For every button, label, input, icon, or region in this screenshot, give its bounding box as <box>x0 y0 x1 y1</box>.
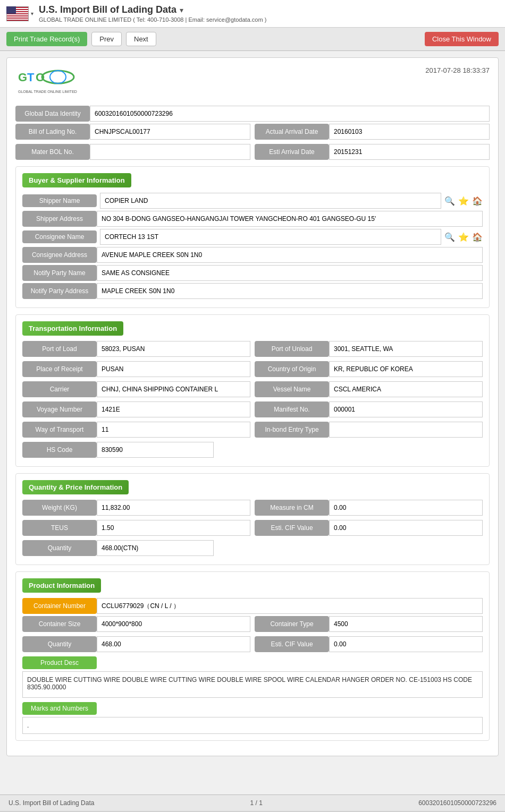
master-bol-label: Mater BOL No. <box>15 144 90 160</box>
vessel-name-label: Vessel Name <box>255 381 329 397</box>
port-of-load-value: 58023, PUSAN <box>97 341 250 357</box>
in-bond-entry-value <box>329 422 483 438</box>
buyer-supplier-section: Buyer & Supplier Information Shipper Nam… <box>15 166 490 308</box>
esti-cif-qp-label: Esti. CIF Value <box>255 520 329 536</box>
carrier-row: Carrier CHNJ, CHINA SHIPPING CONTAINER L <box>22 381 250 397</box>
measure-cm-row: Measure in CM 0.00 <box>255 500 483 516</box>
voyage-number-label: Voyage Number <box>22 401 97 417</box>
teus-row: TEUS 1.50 <box>22 520 250 536</box>
esti-cif-product-row: Esti. CIF Value 0.00 <box>255 636 483 652</box>
consignee-name-value: CORTECH 13 1ST <box>100 229 441 245</box>
consignee-search-icon[interactable]: 🔍 <box>444 232 455 242</box>
esti-cif-product-label: Esti. CIF Value <box>255 636 329 652</box>
shipper-address-value: NO 304 B-DONG GANGSEO-HANGANGJAI TOWER Y… <box>97 211 483 227</box>
container-type-label: Container Type <box>255 616 329 632</box>
print-button[interactable]: Print Trade Record(s) <box>6 32 87 46</box>
global-data-identity-value: 6003201601050000723296 <box>90 106 490 122</box>
prev-button[interactable]: Prev <box>91 32 122 46</box>
port-of-unload-row: Port of Unload 3001, SEATTLE, WA <box>255 341 483 357</box>
actual-arrival-value: 20160103 <box>329 124 490 140</box>
container-number-value: CCLU6779029（CN / L / ） <box>97 598 483 614</box>
transportation-title: Transportation Information <box>22 321 123 336</box>
manifest-no-label: Manifest No. <box>255 401 329 417</box>
container-number-label: Container Number <box>22 598 97 614</box>
main-content: G T O GLOBAL TRADE ONLINE LIMITED 2017-0… <box>0 51 505 794</box>
way-of-transport-row: Way of Transport 11 <box>22 422 250 438</box>
shipper-home-icon[interactable]: 🏠 <box>472 196 483 206</box>
weight-measure-row: Weight (KG) 11,832.00 Measure in CM 0.00 <box>22 500 483 518</box>
teus-label: TEUS <box>22 520 97 536</box>
in-bond-entry-label: In-bond Entry Type <box>255 422 329 438</box>
weight-kg-row: Weight (KG) 11,832.00 <box>22 500 250 516</box>
container-size-row: Container Size 4000*900*800 <box>22 616 250 632</box>
teus-value: 1.50 <box>97 520 250 536</box>
quantity-qp-row: Quantity 468.00(CTN) <box>22 540 483 556</box>
notify-party-address-row: Notify Party Address MAPLE CREEK S0N 1N0 <box>22 283 483 299</box>
measure-cm-value: 0.00 <box>329 500 483 516</box>
quantity-product-row: Quantity 468.00 <box>22 636 250 652</box>
product-desc-value: DOUBLE WIRE CUTTING WIRE DOUBLE WIRE CUT… <box>22 671 483 698</box>
consignee-home-icon[interactable]: 🏠 <box>472 232 483 242</box>
voyage-manifest-row: Voyage Number 1421E Manifest No. 000001 <box>22 401 483 420</box>
actual-arrival-row: Actual Arrival Date 20160103 <box>255 124 490 140</box>
notify-party-address-value: MAPLE CREEK S0N 1N0 <box>97 283 483 299</box>
bol-row: Bill of Lading No. CHNJPSCAL00177 Actual… <box>15 124 490 142</box>
teus-cif-row: TEUS 1.50 Esti. CIF Value 0.00 <box>22 520 483 538</box>
esti-arrival-value: 20151231 <box>329 144 490 160</box>
transportation-section: Transportation Information Port of Load … <box>15 314 490 467</box>
shipper-search-icon[interactable]: 🔍 <box>444 196 455 206</box>
carrier-value: CHNJ, CHINA SHIPPING CONTAINER L <box>97 381 250 397</box>
notify-party-name-label: Notify Party Name <box>22 265 97 281</box>
notify-party-name-row: Notify Party Name SAME AS CONSIGNEE <box>22 265 483 281</box>
shipper-name-label: Shipper Name <box>22 194 97 207</box>
next-button[interactable]: Next <box>126 32 156 46</box>
master-bol-row: Mater BOL No. Esti Arrival Date 20151231 <box>15 144 490 162</box>
product-section-title: Product Information <box>22 578 101 593</box>
weight-kg-value: 11,832.00 <box>97 500 250 516</box>
container-size-value: 4000*900*800 <box>97 616 250 632</box>
consignee-address-label: Consignee Address <box>22 247 97 263</box>
port-row: Port of Load 58023, PUSAN Port of Unload… <box>22 341 483 359</box>
record-card: G T O GLOBAL TRADE ONLINE LIMITED 2017-0… <box>6 57 499 756</box>
quantity-product-value: 468.00 <box>97 636 250 652</box>
esti-cif-qp-value: 0.00 <box>329 520 483 536</box>
shipper-name-row-wrap: Shipper Name COPIER LAND 🔍 ⭐ 🏠 <box>22 193 483 209</box>
consignee-address-row: Consignee Address AVENUE MAPLE CREEK S0N… <box>22 247 483 263</box>
consignee-name-row-wrap: Consignee Name CORTECH 13 1ST 🔍 ⭐ 🏠 <box>22 229 483 245</box>
carrier-vessel-row: Carrier CHNJ, CHINA SHIPPING CONTAINER L… <box>22 381 483 399</box>
esti-arrival-label: Esti Arrival Date <box>255 144 329 160</box>
notify-party-name-value: SAME AS CONSIGNEE <box>97 265 483 281</box>
flag-dropdown-arrow[interactable]: ▾ <box>31 11 33 16</box>
actual-arrival-label: Actual Arrival Date <box>255 124 329 140</box>
hs-code-label: HS Code <box>22 442 97 458</box>
shipper-address-row: Shipper Address NO 304 B-DONG GANGSEO-HA… <box>22 211 483 227</box>
esti-cif-qp-row: Esti. CIF Value 0.00 <box>255 520 483 536</box>
record-timestamp: 2017-07-28 18:33:37 <box>425 66 490 74</box>
close-button[interactable]: Close This Window <box>425 32 499 46</box>
place-of-receipt-value: PUSAN <box>97 361 250 377</box>
shipper-name-row: Shipper Name COPIER LAND 🔍 ⭐ 🏠 <box>22 193 483 209</box>
hs-code-row: HS Code 830590 <box>22 442 483 458</box>
product-section: Product Information Container Number CCL… <box>15 571 490 741</box>
consignee-star-icon[interactable]: ⭐ <box>458 232 469 242</box>
product-desc-label: Product Desc <box>22 656 97 669</box>
container-size-type-row: Container Size 4000*900*800 Container Ty… <box>22 616 483 634</box>
notify-party-address-label: Notify Party Address <box>22 283 97 299</box>
carrier-label: Carrier <box>22 381 97 397</box>
global-data-identity-label: Global Data Identity <box>15 106 90 122</box>
logo-area: G T O GLOBAL TRADE ONLINE LIMITED 2017-0… <box>15 66 490 98</box>
country-of-origin-label: Country of Origin <box>255 361 329 377</box>
vessel-name-row: Vessel Name CSCL AMERICA <box>255 381 483 397</box>
esti-arrival-row: Esti Arrival Date 20151231 <box>255 144 490 160</box>
title-dropdown-arrow[interactable]: ▾ <box>180 6 183 14</box>
container-type-value: 4500 <box>329 616 483 632</box>
quantity-price-section: Quantity & Price Information Weight (KG)… <box>15 473 490 565</box>
shipper-star-icon[interactable]: ⭐ <box>458 196 469 206</box>
toolbar: Print Trade Record(s) Prev Next Close Th… <box>0 28 505 51</box>
country-of-origin-row: Country of Origin KR, REPUBLIC OF KOREA <box>255 361 483 377</box>
shipper-address-label: Shipper Address <box>22 211 97 227</box>
marks-label: Marks and Numbers <box>22 702 97 715</box>
header-top: U.S. Import Bill of Lading Data ▾ <box>39 4 266 15</box>
svg-text:G: G <box>18 71 27 84</box>
way-of-transport-value: 11 <box>97 422 250 438</box>
